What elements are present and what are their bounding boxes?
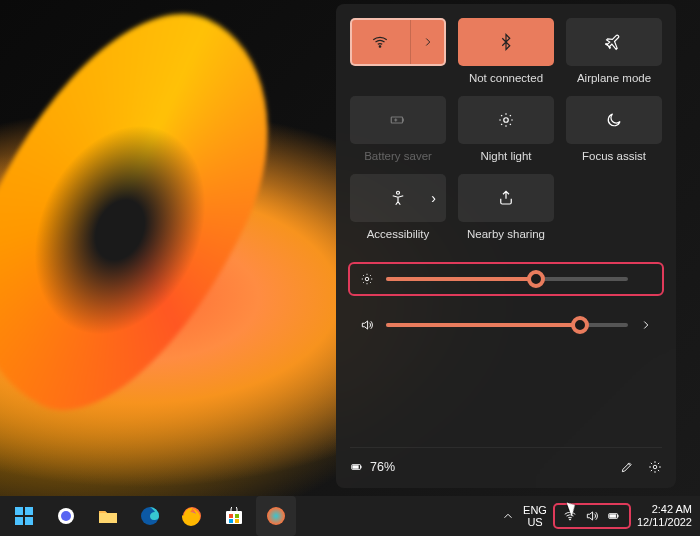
brightness-icon [358,272,376,286]
wallpaper-art [0,40,320,460]
nearby-sharing-label: Nearby sharing [467,228,545,242]
clock-time: 2:42 AM [637,503,692,516]
taskbar-pinned [0,496,296,536]
volume-slider-row [350,310,662,340]
svg-rect-8 [15,507,23,515]
clock[interactable]: 2:42 AM 12/11/2022 [637,503,692,529]
svg-rect-9 [25,507,33,515]
wifi-icon [563,509,577,523]
battery-icon [350,460,364,474]
accessibility-icon [389,189,407,207]
svg-rect-25 [610,515,616,517]
tile-focus-assist: Focus assist [566,96,662,164]
edit-quick-settings[interactable] [620,460,634,474]
chevron-right-icon [421,35,435,49]
volume-icon [585,509,599,523]
accessibility-toggle[interactable] [350,174,446,222]
pencil-icon [620,460,634,474]
battery-saver-label: Battery saver [364,150,432,164]
brightness-slider[interactable] [386,277,628,281]
moon-icon [605,111,623,129]
share-icon [497,189,515,207]
svg-rect-10 [15,517,23,525]
taskbar-tray: ENG US 2:42 AM 12/11/2022 [501,503,700,529]
taskbar-chat[interactable] [46,496,86,536]
open-settings[interactable] [648,460,662,474]
taskbar-store[interactable] [214,496,254,536]
battery-saver-icon [389,111,407,129]
tile-accessibility: Accessibility [350,174,446,242]
tile-airplane: Airplane mode [566,18,662,86]
chat-icon [56,506,76,526]
night-light-label: Night light [480,150,531,164]
tile-nearby-sharing: Nearby sharing [458,174,554,242]
language-indicator[interactable]: ENG US [523,504,547,528]
taskbar-explorer[interactable] [88,496,128,536]
taskbar-firefox[interactable] [172,496,212,536]
firefox-icon [182,506,202,526]
lang-primary: ENG [523,504,547,516]
svg-point-4 [365,277,369,281]
tile-bluetooth: Not connected [458,18,554,86]
svg-rect-19 [235,514,239,518]
sliders-section [350,264,662,340]
night-light-icon [497,111,515,129]
wifi-expand[interactable] [410,20,444,64]
svg-point-13 [61,511,71,521]
volume-icon [358,318,376,332]
bluetooth-label: Not connected [469,72,543,86]
tray-overflow[interactable] [501,509,515,523]
panel-footer: 76% [350,447,662,474]
quick-settings-panel: Not connected Airplane mode Battery save… [336,4,676,488]
svg-rect-17 [226,511,242,524]
volume-expand[interactable] [638,318,654,332]
svg-point-2 [504,118,509,123]
system-tray-network[interactable] [555,505,629,527]
windows-icon [15,507,33,525]
volume-slider[interactable] [386,323,628,327]
tile-night-light: Night light [458,96,554,164]
svg-rect-6 [353,466,358,468]
battery-status[interactable]: 76% [350,460,395,474]
night-light-toggle[interactable] [458,96,554,144]
clock-date: 12/11/2022 [637,516,692,529]
accessibility-label: Accessibility [367,228,430,242]
svg-point-23 [569,519,570,520]
bluetooth-toggle[interactable] [458,18,554,66]
svg-point-7 [653,465,657,469]
tile-empty [566,174,662,242]
store-icon [225,507,243,525]
focus-assist-toggle[interactable] [566,96,662,144]
chevron-up-icon [501,509,515,523]
tile-wifi [350,18,446,86]
start-button[interactable] [4,496,44,536]
gear-icon [648,460,662,474]
svg-rect-11 [25,517,33,525]
svg-rect-18 [229,514,233,518]
svg-point-22 [267,507,285,525]
battery-percent: 76% [370,460,395,474]
airplane-label: Airplane mode [577,72,651,86]
svg-point-3 [397,191,400,194]
wifi-icon [371,33,389,51]
svg-point-0 [379,46,381,48]
taskbar-edge[interactable] [130,496,170,536]
folder-icon [98,507,118,525]
edge-alt-icon [266,506,286,526]
chevron-right-icon [639,318,653,332]
airplane-icon [605,33,623,51]
edge-icon [140,506,160,526]
tile-battery-saver: Battery saver [350,96,446,164]
focus-assist-label: Focus assist [582,150,646,164]
lang-secondary: US [523,516,547,528]
battery-saver-toggle[interactable] [350,96,446,144]
svg-rect-20 [229,519,233,523]
taskbar-edge-alt[interactable] [256,496,296,536]
brightness-slider-row [350,264,662,294]
svg-rect-21 [235,519,239,523]
nearby-sharing-toggle[interactable] [458,174,554,222]
taskbar: ENG US 2:42 AM 12/11/2022 [0,496,700,536]
wifi-toggle[interactable] [350,18,446,66]
quick-tiles-grid: Not connected Airplane mode Battery save… [350,18,662,242]
airplane-toggle[interactable] [566,18,662,66]
